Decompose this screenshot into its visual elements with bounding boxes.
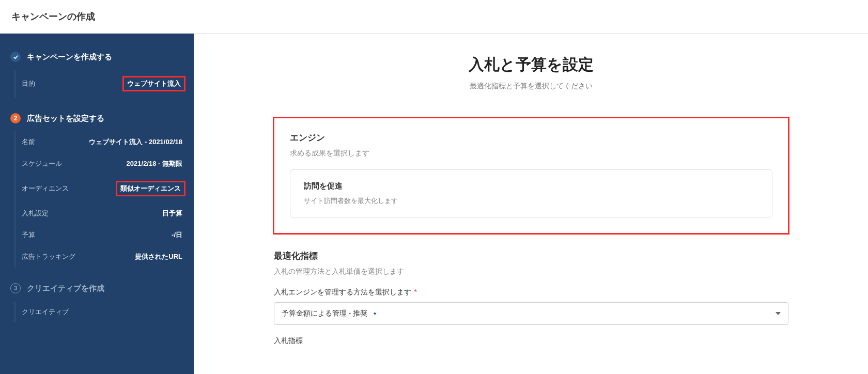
indicator-bar <box>14 202 16 224</box>
item-label: 入札設定 <box>22 209 49 218</box>
main-title: 入札と予算を設定 <box>225 54 837 75</box>
sidebar-item-name[interactable]: 名前 ウェブサイト流入 - 2021/02/18 <box>0 131 194 153</box>
step2-items: 名前 ウェブサイト流入 - 2021/02/18 スケジュール 2021/2/1… <box>0 129 194 278</box>
item-label: スケジュール <box>22 159 62 168</box>
sidebar: キャンペーンを作成する 目的 ウェブサイト流入 2 広告セットを設定する 名前 … <box>0 34 194 374</box>
step3-title: クリエイティブを作成 <box>27 284 104 293</box>
optimization-section: 最適化指標 入札の管理方法と入札単価を選択します 入札エンジンを管理する方法を選… <box>273 250 789 361</box>
step-badge-pending: 3 <box>10 283 21 293</box>
indicator-bar <box>14 224 16 246</box>
item-value-highlighted: ウェブサイト流入 <box>122 76 185 91</box>
step-badge-active: 2 <box>10 113 21 123</box>
sidebar-item-tracking[interactable]: 広告トラッキング 提供されたURL <box>0 246 194 268</box>
method-label-text: 入札エンジンを管理する方法を選択します <box>274 288 411 296</box>
chevron-down-icon <box>776 312 781 315</box>
item-label: 広告トラッキング <box>22 252 75 261</box>
sidebar-item-creative[interactable]: クリエイティブ <box>0 301 194 323</box>
indicator-bar <box>14 153 16 175</box>
optimization-desc: 入札の管理方法と入札単価を選択します <box>274 267 788 276</box>
method-select[interactable]: 予算金額による管理 - 推奨 ✦ <box>274 302 788 325</box>
item-value: 提供されたURL <box>135 252 182 261</box>
item-value: 日予算 <box>162 209 182 218</box>
item-label: 目的 <box>22 79 35 88</box>
bid-label: 入札指標 <box>274 336 788 346</box>
item-value-highlighted: 類似オーディエンス <box>116 181 185 196</box>
sidebar-item-schedule[interactable]: スケジュール 2021/2/18 - 無期限 <box>0 153 194 175</box>
indicator-bar <box>14 131 16 153</box>
indicator-bar <box>14 246 16 268</box>
step3-items: クリエイティブ <box>0 299 194 333</box>
page-title-text: キャンペーンの作成 <box>11 11 95 22</box>
item-label: 予算 <box>22 230 35 240</box>
info-icon: ✦ <box>373 310 377 317</box>
method-label: 入札エンジンを管理する方法を選択します * <box>274 288 788 297</box>
sidebar-item-bid[interactable]: 入札設定 日予算 <box>0 202 194 224</box>
item-value: 2021/2/18 - 無期限 <box>127 159 182 168</box>
step1-header[interactable]: キャンペーンを作成する <box>0 46 194 67</box>
engine-card-desc: サイト訪問者数を最大化します <box>304 196 758 206</box>
main-header: 入札と予算を設定 最適化指標と予算を選択してください <box>225 54 837 91</box>
sidebar-item-objective[interactable]: 目的 ウェブサイト流入 <box>0 70 194 98</box>
method-select-value: 予算金額による管理 - 推奨 <box>282 309 367 317</box>
sidebar-item-audience[interactable]: オーディエンス 類似オーディエンス <box>0 175 194 202</box>
check-icon <box>10 52 21 62</box>
item-value: -/日 <box>172 230 182 240</box>
indicator-bar <box>14 70 16 98</box>
item-label: オーディエンス <box>22 184 69 193</box>
engine-section-highlighted: エンジン 求める成果を選択します 訪問を促進 サイト訪問者数を最大化します <box>273 117 789 235</box>
indicator-bar <box>14 175 16 202</box>
optimization-title: 最適化指標 <box>274 250 788 262</box>
item-label: 名前 <box>22 137 35 147</box>
step1-items: 目的 ウェブサイト流入 <box>0 67 194 108</box>
required-asterisk: * <box>414 288 416 296</box>
engine-option-card[interactable]: 訪問を促進 サイト訪問者数を最大化します <box>290 169 772 217</box>
engine-desc: 求める成果を選択します <box>290 149 772 158</box>
sidebar-item-budget[interactable]: 予算 -/日 <box>0 224 194 246</box>
engine-card-title: 訪問を促進 <box>304 181 758 191</box>
main-subtitle: 最適化指標と予算を選択してください <box>225 82 837 91</box>
item-value: ウェブサイト流入 - 2021/02/18 <box>89 137 182 147</box>
engine-title: エンジン <box>290 132 772 144</box>
step3-header[interactable]: 3 クリエイティブを作成 <box>0 278 194 299</box>
step2-title: 広告セットを設定する <box>27 114 104 123</box>
item-label: クリエイティブ <box>22 307 69 317</box>
step2-header[interactable]: 2 広告セットを設定する <box>0 108 194 129</box>
page-title: キャンペーンの作成 <box>0 0 868 34</box>
indicator-bar <box>14 301 16 323</box>
main-content: 入札と予算を設定 最適化指標と予算を選択してください エンジン 求める成果を選択… <box>194 34 868 374</box>
step1-title: キャンペーンを作成する <box>27 52 112 62</box>
